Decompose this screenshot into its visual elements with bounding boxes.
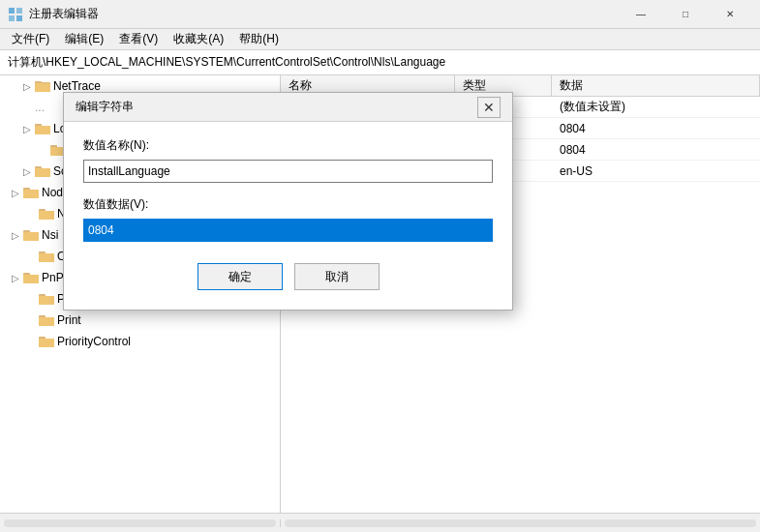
dialog-overlay: 编辑字符串 ✕ 数值名称(N): 数值数据(V): 确定 取消 [0, 0, 760, 532]
dialog-buttons: 确定 取消 [83, 263, 493, 294]
data-input[interactable] [83, 219, 493, 242]
dialog-close-button[interactable]: ✕ [477, 97, 501, 118]
dialog-title: 编辑字符串 [76, 99, 477, 115]
data-label: 数值数据(V): [83, 196, 493, 213]
edit-string-dialog: 编辑字符串 ✕ 数值名称(N): 数值数据(V): 确定 取消 [63, 92, 513, 310]
dialog-title-bar: 编辑字符串 ✕ [64, 93, 512, 122]
confirm-button[interactable]: 确定 [198, 263, 283, 290]
name-label: 数值名称(N): [83, 137, 493, 154]
dialog-body: 数值名称(N): 数值数据(V): 确定 取消 [64, 122, 512, 310]
name-input[interactable] [83, 160, 493, 183]
cancel-button[interactable]: 取消 [294, 263, 380, 290]
